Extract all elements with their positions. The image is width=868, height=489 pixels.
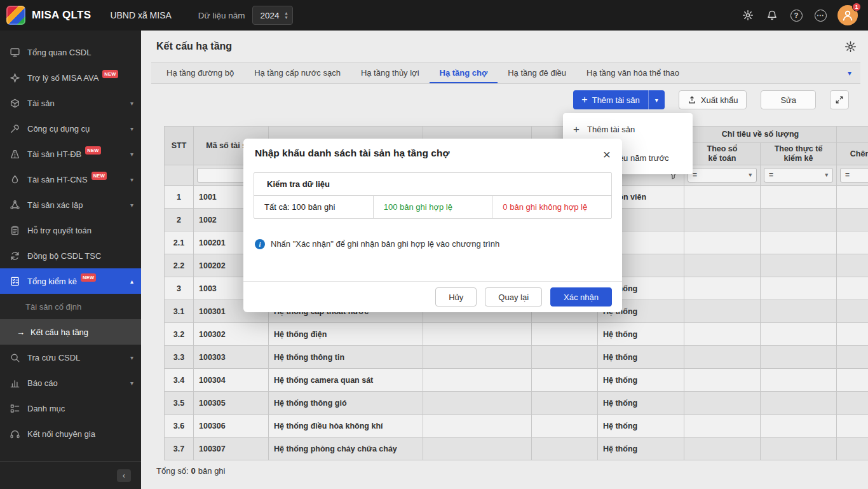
new-badge: NEW <box>102 70 118 78</box>
expand-fullscreen-button[interactable] <box>830 90 849 109</box>
assets-icon <box>10 98 20 109</box>
tab-1[interactable]: Hạ tầng cấp nước sạch <box>244 63 351 83</box>
sidebar-item-label: Tài sản HT-CNS <box>27 175 88 184</box>
sidebar-subitem-label: Kết cấu hạ tầng <box>31 327 88 337</box>
sidebar-item-cong-cu-dung-cu[interactable]: Công cụ dụng cụ▾ <box>0 116 141 141</box>
year-select[interactable]: 2024 ▴▾ <box>252 6 293 25</box>
plus-icon: + <box>581 94 587 106</box>
close-icon[interactable]: × <box>602 148 612 161</box>
tab-5[interactable]: Hạ tầng văn hóa thể thao <box>576 63 689 83</box>
info-icon: i <box>255 239 265 249</box>
chevron-down-icon: ▾ <box>130 176 133 183</box>
tabs-overflow-chevron-icon[interactable]: ▾ <box>848 69 851 78</box>
col-diff-group <box>837 127 868 143</box>
table-row[interactable]: 3.6100306Hệ thống điều hòa không khíHệ t… <box>165 415 868 437</box>
check-table-row: Tất cả: 100 bản ghi 100 bản ghi hợp lệ 0… <box>254 196 611 218</box>
new-badge: NEW <box>81 273 96 282</box>
sidebar-item-tai-san-ht-cns[interactable]: Tài sản HT-CNSNEW▾ <box>0 167 141 192</box>
sidebar-item-bao-cao[interactable]: Báo cáo▾ <box>0 370 141 396</box>
connect-icon <box>10 429 20 439</box>
modal-footer: Hủy Quay lại Xác nhận <box>243 281 622 312</box>
add-asset-dropdown-caret[interactable]: ▾ <box>648 90 665 109</box>
sidebar-item-label: Tổng kiểm kê <box>27 277 77 286</box>
notifications-bell-icon[interactable] <box>761 4 783 26</box>
table-row[interactable]: 3.4100304Hệ thống camera quan sátHệ thốn… <box>165 369 868 392</box>
confirm-button[interactable]: Xác nhận <box>550 287 612 306</box>
tab-3[interactable]: Hạ tầng chợ <box>430 63 498 83</box>
table-row[interactable]: 3.3100303Hệ thống thông tinHệ thống <box>165 346 868 369</box>
inventory-icon <box>10 276 20 287</box>
add-asset-split-button: + Thêm tài sản ▾ <box>573 90 665 109</box>
report-icon <box>10 378 20 389</box>
page-title: Kết cấu hạ tầng <box>156 41 232 52</box>
sidebar-item-label: Tài sản xác lập <box>27 200 83 210</box>
col-diff: Chênh lệch <box>837 143 868 165</box>
tab-2[interactable]: Hạ tầng thủy lợi <box>351 63 430 83</box>
dashboard-icon <box>10 47 20 58</box>
sidebar-item-label: Tài sản <box>27 99 55 108</box>
sidebar-item-tong-kiem-ke[interactable]: Tổng kiểm kêNEW▴ <box>0 268 141 294</box>
back-button[interactable]: Quay lại <box>485 287 542 306</box>
sidebar-item-tai-san-ht-db[interactable]: Tài sản HT-ĐBNEW▾ <box>0 141 141 167</box>
water-icon <box>10 174 20 185</box>
sidebar-subitem-tai-san-co-dinh[interactable]: Tài sản cố định <box>0 294 141 319</box>
clipboard-icon <box>10 225 20 236</box>
sidebar-item-ket-noi-chuyen-gia[interactable]: Kết nối chuyên gia <box>0 421 141 446</box>
search-icon <box>10 352 20 363</box>
export-icon <box>688 95 696 104</box>
expand-icon <box>835 95 844 104</box>
sidebar-item-tro-ly-so-misa-ava[interactable]: Trợ lý số MISA AVANEW <box>0 65 141 90</box>
chevron-up-icon: ▴ <box>130 278 133 285</box>
sidebar-collapse-button[interactable]: ‹ <box>117 469 131 482</box>
sidebar-item-label: Trợ lý số MISA AVA <box>27 73 98 83</box>
sidebar-subitem-ket-cau-ha-tang[interactable]: →Kết cấu hạ tầng <box>0 319 141 345</box>
summary-valid: 100 bản ghi hợp lệ <box>373 196 492 218</box>
filter-operator-qty-book[interactable]: =▾ <box>688 168 757 183</box>
modal-title: Nhập khẩu danh sách tài sản hạ tầng chợ <box>255 148 449 159</box>
export-button[interactable]: Xuất khẩu <box>679 90 747 109</box>
page-settings-gear-icon[interactable] <box>844 41 857 53</box>
sidebar-item-dong-bo-csdl-tsc[interactable]: Đồng bộ CSDL TSC <box>0 243 141 268</box>
filter-operator-qty-actual[interactable]: =▾ <box>764 168 833 183</box>
sidebar-item-danh-muc[interactable]: Danh mục <box>0 396 141 421</box>
record-total-value: 0 <box>191 466 196 476</box>
check-table-header: Kiểm tra dữ liệu <box>254 173 611 196</box>
sidebar-item-tong-quan-csdl[interactable]: Tổng quan CSDL <box>0 39 141 65</box>
sidebar-footer: ‹ <box>0 461 141 489</box>
user-avatar[interactable]: 1 <box>837 5 858 25</box>
table-row[interactable]: 3.2100302Hệ thống điệnHệ thống <box>165 323 868 346</box>
sidebar-item-ho-tro-quyet-toan[interactable]: Hỗ trợ quyết toán <box>0 217 141 243</box>
edit-button[interactable]: Sửa <box>761 90 816 109</box>
sidebar-item-tai-san-xac-lap[interactable]: Tài sản xác lập▾ <box>0 192 141 217</box>
table-row[interactable]: 3.5100305Hệ thống thông gióHệ thống <box>165 392 868 415</box>
sidebar-menu: Tổng quan CSDLTrợ lý số MISA AVANEWTài s… <box>0 39 141 461</box>
tab-4[interactable]: Hạ tầng đê điều <box>498 63 576 83</box>
settings-gear-icon[interactable] <box>737 4 759 26</box>
new-badge: NEW <box>85 146 100 155</box>
more-options-icon[interactable]: ⋯ <box>810 4 831 26</box>
sidebar-item-label: Hỗ trợ quyết toán <box>27 226 92 235</box>
filter-operator-diff[interactable]: =▾ <box>840 168 868 183</box>
sidebar-item-tra-cuu-csdl[interactable]: Tra cứu CSDL▾ <box>0 345 141 370</box>
chevron-down-icon: ▾ <box>130 125 133 132</box>
cancel-button[interactable]: Hủy <box>435 287 477 306</box>
tab-0[interactable]: Hạ tầng đường bộ <box>156 63 244 83</box>
data-check-table: Kiểm tra dữ liệu Tất cả: 100 bản ghi 100… <box>254 172 612 219</box>
chevron-down-icon: ▾ <box>130 380 133 387</box>
notification-badge: 1 <box>852 3 861 11</box>
category-icon <box>10 403 20 414</box>
sidebar: Tổng quan CSDLTrợ lý số MISA AVANEWTài s… <box>0 31 141 489</box>
person-icon <box>841 9 854 22</box>
col-qty-actual: Theo thực tế kiểm kê <box>761 143 837 165</box>
help-icon[interactable]: ? <box>785 4 807 26</box>
add-asset-button[interactable]: + Thêm tài sản <box>573 90 648 109</box>
sidebar-item-tai-san[interactable]: Tài sản▾ <box>0 90 141 116</box>
page-header: Kết cấu hạ tầng <box>141 31 868 62</box>
year-stepper-icon[interactable]: ▴▾ <box>285 11 287 20</box>
sync-icon <box>10 251 20 261</box>
sidebar-item-label: Tra cứu CSDL <box>27 353 80 362</box>
table-row[interactable]: 3.7100307Hệ thống phòng cháy chữa cháyHệ… <box>165 437 868 460</box>
tabbar-tabs: Hạ tầng đường bộHạ tầng cấp nước sạchHạ … <box>156 63 689 83</box>
year-value: 2024 <box>260 11 279 20</box>
active-item-arrow-icon: → <box>17 327 25 337</box>
